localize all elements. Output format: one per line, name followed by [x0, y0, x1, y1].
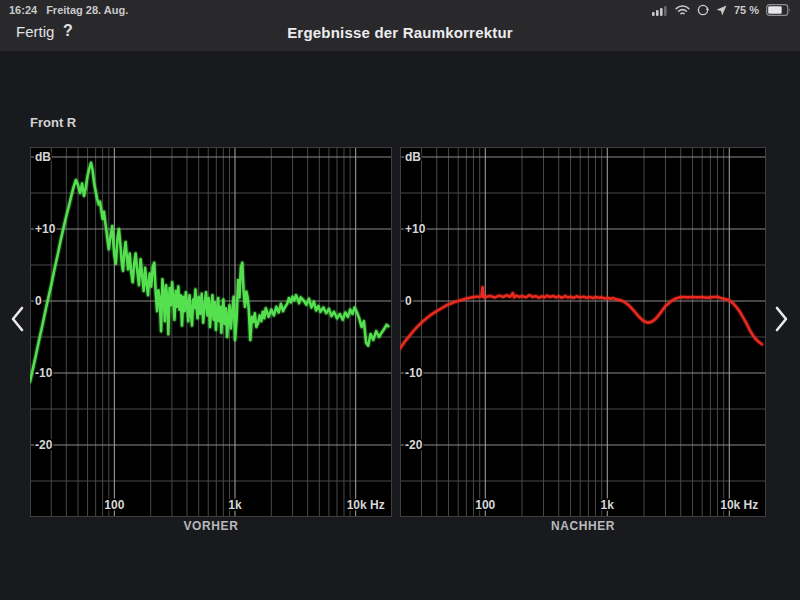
svg-text:-20: -20 — [35, 438, 53, 452]
next-speaker-button[interactable] — [768, 300, 794, 338]
battery-percent: 75 % — [734, 4, 759, 16]
svg-text:100: 100 — [104, 498, 124, 512]
top-chrome: 16:24 Freitag 28. Aug. — [0, 0, 800, 51]
chart-vorher: dB+100-10-201001k10k Hz — [30, 147, 392, 517]
rotation-lock-icon — [697, 4, 709, 16]
prev-speaker-button[interactable] — [4, 300, 30, 338]
nav-bar: Fertig ? Ergebnisse der Raumkorrektur — [0, 20, 800, 51]
svg-text:+10: +10 — [405, 222, 426, 236]
page-title: Ergebnisse der Raumkorrektur — [0, 24, 800, 41]
location-icon — [716, 5, 727, 16]
chart-nachher: dB+100-10-201001k10k Hz — [400, 147, 766, 517]
svg-text:1k: 1k — [601, 498, 615, 512]
chevron-right-icon — [774, 306, 789, 332]
cellular-signal-icon — [652, 5, 668, 16]
chart-caption-nachher: NACHHER — [400, 519, 766, 533]
svg-text:0: 0 — [35, 294, 42, 308]
battery-icon — [766, 4, 791, 16]
speaker-label: Front R — [30, 115, 76, 130]
chevron-left-icon — [10, 306, 25, 332]
svg-text:0: 0 — [405, 294, 412, 308]
svg-text:100: 100 — [475, 498, 495, 512]
svg-text:-10: -10 — [405, 366, 423, 380]
status-date: Freitag 28. Aug. — [46, 4, 128, 16]
wifi-icon — [675, 5, 690, 16]
svg-text:+10: +10 — [35, 222, 56, 236]
svg-text:10k Hz: 10k Hz — [347, 498, 385, 512]
svg-text:10k Hz: 10k Hz — [720, 498, 758, 512]
chart-caption-vorher: VORHER — [30, 519, 392, 533]
svg-text:-20: -20 — [405, 438, 423, 452]
status-left: 16:24 Freitag 28. Aug. — [9, 4, 128, 16]
svg-text:dB: dB — [35, 150, 51, 164]
svg-text:1k: 1k — [228, 498, 242, 512]
status-bar: 16:24 Freitag 28. Aug. — [0, 0, 800, 20]
status-time: 16:24 — [9, 4, 37, 16]
app-screen: 16:24 Freitag 28. Aug. — [0, 0, 800, 600]
status-right: 75 % — [652, 4, 791, 16]
svg-text:dB: dB — [405, 150, 421, 164]
svg-text:-10: -10 — [35, 366, 53, 380]
